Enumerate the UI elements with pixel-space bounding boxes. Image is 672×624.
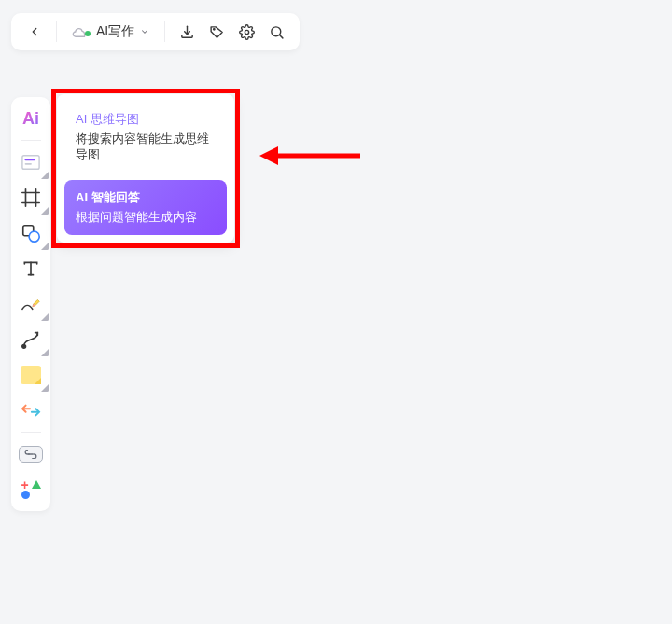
ai-icon: Ai	[22, 109, 39, 129]
ai-answer-option[interactable]: AI 智能回答 根据问题智能生成内容	[64, 180, 227, 235]
svg-rect-5	[22, 156, 39, 170]
search-icon	[269, 24, 285, 40]
ai-tool-button[interactable]: Ai	[15, 103, 47, 134]
download-button[interactable]	[173, 18, 201, 46]
expand-indicator-icon	[41, 349, 49, 356]
ai-mindmap-option[interactable]: AI 思维导图 将搜索内容智能生成思维导图	[64, 102, 227, 173]
link-icon	[19, 446, 43, 463]
gear-icon	[239, 24, 255, 40]
align-tool-button[interactable]	[15, 395, 47, 426]
ai-answer-title: AI 智能回答	[76, 189, 216, 206]
sync-status-dot	[85, 31, 91, 36]
ai-mindmap-title: AI 思维导图	[76, 111, 216, 128]
chevron-left-icon	[28, 25, 41, 38]
download-icon	[179, 24, 195, 40]
ai-writing-dropdown[interactable]: AI写作	[64, 18, 157, 46]
top-toolbar: AI写作	[11, 13, 300, 50]
svg-point-2	[245, 30, 248, 34]
ai-mindmap-desc: 将搜索内容智能生成思维导图	[76, 132, 216, 163]
chevron-down-icon	[140, 27, 149, 36]
side-divider	[21, 140, 41, 141]
toolbar-divider	[164, 21, 165, 42]
frame-tool-button[interactable]	[15, 182, 47, 214]
node-icon	[21, 153, 41, 172]
ai-popup-container: AI 思维导图 将搜索内容智能生成思维导图 AI 智能回答 根据问题智能生成内容	[51, 89, 240, 248]
connector-tool-button[interactable]	[15, 324, 47, 355]
more-shapes-tool-button[interactable]: +	[15, 474, 47, 506]
toolbar-divider	[56, 21, 57, 42]
ai-popup: AI 思维导图 将搜索内容智能生成思维导图 AI 智能回答 根据问题智能生成内容	[57, 94, 234, 243]
svg-point-13	[29, 231, 39, 242]
connector-icon	[21, 329, 41, 350]
frame-icon	[21, 187, 41, 208]
sticky-note-tool-button[interactable]	[15, 359, 47, 391]
expand-indicator-icon	[41, 384, 49, 392]
svg-line-4	[280, 35, 283, 37]
link-tool-button[interactable]	[15, 438, 47, 470]
node-tool-button[interactable]	[15, 146, 47, 178]
svg-marker-20	[259, 146, 278, 165]
expand-indicator-icon	[41, 313, 49, 321]
shapes-grid-icon: +	[21, 480, 41, 500]
pen-tool-button[interactable]	[15, 288, 47, 320]
settings-button[interactable]	[232, 18, 260, 46]
expand-indicator-icon	[41, 243, 49, 250]
svg-point-3	[272, 26, 281, 35]
side-divider	[21, 432, 41, 433]
side-toolbar: Ai +	[11, 97, 50, 511]
ai-writing-label: AI写作	[96, 23, 134, 40]
expand-indicator-icon	[41, 207, 49, 215]
shape-icon	[21, 223, 41, 243]
tag-button[interactable]	[203, 18, 231, 46]
back-button[interactable]	[21, 18, 49, 46]
text-tool-button[interactable]	[15, 253, 47, 284]
svg-point-1	[213, 28, 214, 29]
pen-icon	[20, 294, 42, 314]
tag-icon	[209, 24, 225, 40]
ai-answer-desc: 根据问题智能生成内容	[76, 210, 216, 226]
sticky-note-icon	[21, 366, 41, 384]
annotation-arrow-icon	[259, 144, 362, 168]
text-icon	[21, 259, 40, 278]
expand-indicator-icon	[41, 172, 49, 179]
svg-point-16	[22, 345, 26, 349]
align-icon	[21, 402, 41, 419]
shape-tool-button[interactable]	[15, 217, 47, 249]
search-button[interactable]	[262, 18, 290, 46]
